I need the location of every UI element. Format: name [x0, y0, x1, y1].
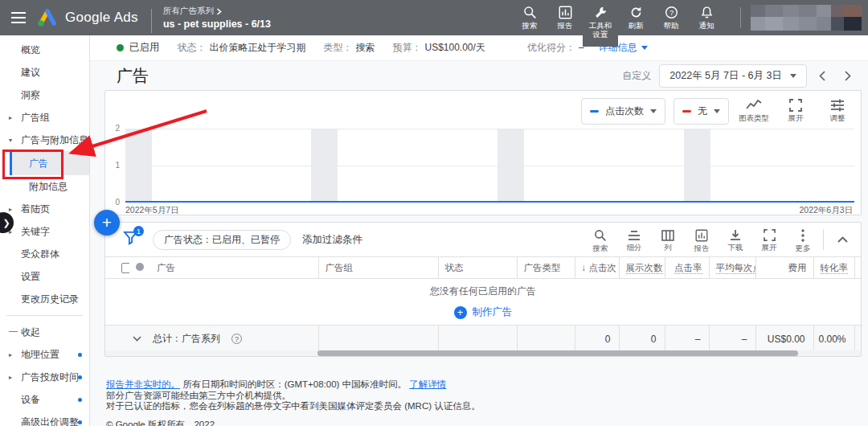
left-navigation: 概览 建议 洞察 ▸广告组 ▾广告与附加信息 广告 附加信息 ▸着陆页 ▸关键字… [0, 35, 90, 426]
top-app-bar: Google Ads 所有广告系列 us - pet supplies - 6/… [0, 0, 868, 35]
menu-icon[interactable] [0, 0, 37, 35]
not-realtime-link[interactable]: 报告并非实时的。 [106, 379, 180, 389]
col-header-conversions-clipped[interactable]: 转 [854, 257, 861, 279]
notification-dot [78, 353, 82, 357]
total-avg-cpc: – [709, 326, 755, 353]
learn-more-link[interactable]: 了解详情 [409, 379, 446, 389]
date-next-button[interactable] [837, 64, 858, 87]
page-title: 广告 [117, 65, 149, 87]
table-download-button[interactable]: 下载 [719, 226, 752, 253]
filter-chip-ad-status[interactable]: 广告状态：已启用、已暂停 [153, 230, 291, 250]
sidebar-item-recommendations[interactable]: 建议 [0, 61, 89, 84]
sidebar-item-ad-schedule[interactable]: ▸广告投放时间 [0, 366, 89, 388]
table-expand-button[interactable]: 展开 [752, 226, 786, 253]
topnav-search-button[interactable]: 搜索 [512, 0, 547, 35]
sort-desc-icon: ↓ [582, 263, 587, 272]
sidebar-item-ads-selected[interactable]: 广告 [10, 151, 89, 175]
col-header-conv-rate[interactable]: 转化率 [813, 257, 854, 279]
table-segment-button[interactable]: 细分 [617, 227, 651, 253]
notification-dot [78, 420, 82, 424]
expand-total-chevron[interactable] [133, 336, 141, 342]
sidebar-item-extensions[interactable]: 附加信息 [0, 175, 89, 198]
footer-line2: 部分广告资源可能经由第三方中介机构提供。 [106, 391, 481, 402]
table-columns-button[interactable]: 列 [651, 227, 685, 253]
col-header-clicks-sorted[interactable]: ↓ 点击次 [575, 257, 619, 279]
total-row: 总计：广告系列 ? 0 0 – – US$0.00 0.00% [105, 326, 861, 353]
create-ad-button[interactable]: + 制作广告 [454, 305, 513, 319]
clicks-series-line [125, 201, 854, 203]
status-field: 状态：出价策略正处于学习期 [178, 41, 306, 55]
chart-adjust-button[interactable]: 调整 [821, 96, 854, 124]
chevron-right-icon: ▸ [9, 114, 12, 121]
sidebar-item-insights[interactable]: 洞察 [0, 84, 89, 106]
timezone-text: 所有日期和时间的时区：(GMT+08:00) 中国标准时间。 [182, 379, 407, 389]
sidebar-item-locations[interactable]: ▸地理位置 [0, 343, 89, 366]
breadcrumb-campaign[interactable]: us - pet supplies - 6/13 [163, 18, 271, 30]
columns-icon [661, 230, 674, 241]
table-search-button[interactable]: 搜索 [583, 226, 617, 254]
breadcrumb-all-campaigns[interactable]: 所有广告系列 [163, 6, 214, 17]
table-header-row: 广告 广告组 状态 广告类型 ↓ 点击次 展示次数 点击率 平均每次点 费用 转… [105, 257, 861, 279]
search-icon [523, 6, 537, 19]
select-all-checkbox[interactable] [121, 263, 129, 273]
sidebar-item-ad-groups[interactable]: ▸广告组 [0, 106, 89, 129]
chevron-right-icon: ▸ [9, 351, 12, 358]
col-header-avg-cpc[interactable]: 平均每次点 [709, 257, 755, 279]
svg-text:?: ? [669, 9, 673, 17]
status-dot-icon[interactable] [136, 263, 144, 271]
help-icon[interactable]: ? [231, 334, 242, 344]
total-cost: US$0.00 [755, 326, 813, 353]
sidebar-item-ads-extensions[interactable]: ▾广告与附加信息 [0, 129, 89, 151]
topnav-refresh-button[interactable]: 刷新 [618, 0, 653, 35]
filter-button[interactable]: 1 [123, 231, 138, 248]
topnav-tools-button[interactable]: 工具和 设置 [583, 0, 618, 47]
report-chart-icon [695, 229, 708, 242]
sidebar-collapse-button[interactable]: —收起 [0, 321, 89, 343]
table-report-button[interactable]: 报告 [685, 226, 719, 254]
chevron-right-icon: ▸ [9, 374, 12, 381]
primary-metric-dropdown[interactable]: 点击次数 [581, 98, 665, 125]
chart-expand-button[interactable]: 展开 [779, 96, 813, 124]
ads-table: 广告 广告组 状态 广告类型 ↓ 点击次 展示次数 点击率 平均每次点 费用 转… [105, 256, 861, 353]
col-header-cost[interactable]: 费用 [755, 257, 813, 279]
sidebar-item-overview[interactable]: 概览 [0, 39, 89, 61]
table-more-button[interactable]: 更多 [786, 226, 820, 254]
report-footer: 报告并非实时的。 所有日期和时间的时区：(GMT+08:00) 中国标准时间。 … [106, 379, 481, 426]
plus-icon: + [102, 213, 112, 232]
y-axis-tick: 2 [108, 124, 120, 133]
col-header-ctr[interactable]: 点击率 [665, 257, 709, 279]
line-chart-icon [746, 99, 762, 112]
add-filter-button[interactable]: 添加过滤条件 [302, 233, 362, 247]
sidebar-item-landing-pages[interactable]: ▸着陆页 [0, 198, 89, 220]
topnav-help-button[interactable]: ? 帮助 [653, 0, 689, 35]
topnav-reports-button[interactable]: 报告 [547, 0, 583, 35]
segment-icon [628, 230, 641, 241]
chart-type-button[interactable]: 图表类型 [737, 96, 771, 124]
account-menu-blurred[interactable] [751, 5, 862, 31]
col-header-ad[interactable]: 广告 [150, 257, 318, 279]
sidebar-item-advanced-bid-adj[interactable]: 高级出价调整 [0, 411, 89, 426]
report-chart-icon [559, 6, 572, 19]
col-header-impressions[interactable]: 展示次数 [619, 257, 665, 279]
date-range-picker[interactable]: 2022年 5月 7日 - 6月 3日 [659, 64, 807, 88]
scrollbar-thumb[interactable] [317, 350, 798, 356]
topnav-notifications-button[interactable]: 通知 [689, 0, 724, 35]
chevron-right-icon: ▸ [9, 206, 12, 213]
secondary-metric-dropdown[interactable]: 无 [674, 98, 729, 125]
sidebar-item-settings[interactable]: 设置 [0, 265, 89, 288]
col-header-status[interactable]: 状态 [438, 257, 517, 279]
date-range-type-label: 自定义 [622, 69, 651, 83]
campaign-breadcrumb[interactable]: 所有广告系列 us - pet supplies - 6/13 [163, 0, 271, 35]
collapse-table-chevron[interactable] [830, 236, 854, 243]
x-axis-start-label: 2022年5月7日 [125, 205, 179, 216]
sidebar-item-change-history[interactable]: 更改历史记录 [0, 288, 89, 310]
footer-line3: 对于已认证的指标，您会在列标题的悬停文字中看到美国媒体评定委员会 (MRC) 认… [106, 401, 481, 412]
col-header-ad-group[interactable]: 广告组 [318, 257, 438, 279]
sidebar-item-devices[interactable]: 设备 [0, 388, 89, 411]
col-header-ad-type[interactable]: 广告类型 [517, 257, 575, 279]
divider [740, 7, 741, 28]
create-fab-button[interactable]: + [94, 210, 120, 236]
sidebar-item-audiences[interactable]: 受众群体 [0, 243, 89, 265]
chevron-right-icon [216, 8, 222, 15]
date-prev-button[interactable] [812, 64, 833, 87]
